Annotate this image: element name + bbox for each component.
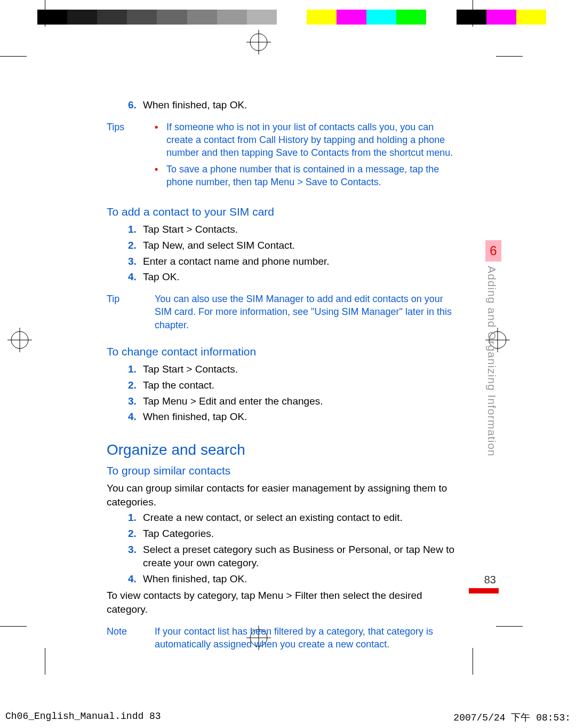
subheading: To group similar contacts <box>107 463 459 478</box>
tips-block: Tips •If someone who is not in your list… <box>107 121 459 192</box>
subheading: To add a contact to your SIM card <box>107 204 459 219</box>
list-item: 4.When finished, tap OK. <box>128 572 459 586</box>
note-label: Note <box>107 625 155 651</box>
list-item: 3.Select a preset category such as Busin… <box>128 543 459 570</box>
list-item: 4.Tap OK. <box>128 270 459 284</box>
crop-mark <box>496 626 523 627</box>
print-color-bar <box>37 10 576 25</box>
step-number: 1. <box>128 511 143 525</box>
registration-mark-top <box>246 30 271 54</box>
step-text: Tap Menu > Edit and enter the changes. <box>143 394 459 408</box>
step-number: 1. <box>128 362 143 376</box>
chapter-tab: 6 Adding and Organizing Information <box>485 240 501 511</box>
list-item: 4.When finished, tap OK. <box>128 410 459 424</box>
page-accent-bar <box>469 588 499 594</box>
print-footer: Ch06_English_Manual.indd 83 2007/5/24 下午… <box>0 711 576 724</box>
step-text: Tap OK. <box>143 270 459 284</box>
section-heading: Organize and search <box>107 440 459 460</box>
crop-mark <box>0 626 27 627</box>
step-text: When finished, tap OK. <box>143 410 459 424</box>
list-item: 3.Enter a contact name and phone number. <box>128 255 459 268</box>
footer-filename: Ch06_English_Manual.indd 83 <box>5 711 161 724</box>
step-number: 3. <box>128 255 143 268</box>
step-number: 4. <box>128 270 143 284</box>
body-text: To view contacts by category, tap Menu >… <box>107 589 459 616</box>
step-number: 6. <box>128 98 143 112</box>
step-number: 2. <box>128 378 143 392</box>
tips-body: •If someone who is not in your list of c… <box>155 121 459 192</box>
list-item: 2.Tap Categories. <box>128 527 459 541</box>
step-text: Tap New, and select SIM Contact. <box>143 239 459 252</box>
list-item: 1.Tap Start > Contacts. <box>128 223 459 236</box>
crop-mark <box>45 648 45 675</box>
page-number: 83 <box>484 574 496 586</box>
footer-timestamp: 2007/5/24 下午 08:53: <box>453 711 571 724</box>
list-item: 3.Tap Menu > Edit and enter the changes. <box>128 394 459 408</box>
crop-mark <box>45 0 45 27</box>
tip-text: You can also use the SIM Manager to add … <box>155 292 459 331</box>
step-text: Create a new contact, or select an exist… <box>143 511 459 525</box>
tips-label: Tips <box>107 121 155 192</box>
chapter-number: 6 <box>485 240 501 262</box>
tip-label: Tip <box>107 292 155 331</box>
tip-block: Tip You can also use the SIM Manager to … <box>107 292 459 331</box>
note-text: If your contact list has been filtered b… <box>155 625 459 651</box>
chapter-title: Adding and Organizing Information <box>485 266 498 511</box>
list-item: 6. When finished, tap OK. <box>128 98 459 112</box>
step-text: Enter a contact name and phone number. <box>143 255 459 268</box>
list-item: 2.Tap the contact. <box>128 378 459 392</box>
step-number: 3. <box>128 394 143 408</box>
step-number: 4. <box>128 572 143 586</box>
step-text: When finished, tap OK. <box>143 98 459 112</box>
step-text: Tap Categories. <box>143 527 459 541</box>
step-text: Tap the contact. <box>143 378 459 392</box>
list-item: 2.Tap New, and select SIM Contact. <box>128 239 459 252</box>
step-text: Tap Start > Contacts. <box>143 362 459 376</box>
subheading: To change contact information <box>107 344 459 359</box>
step-text: Select a preset category such as Busines… <box>143 543 459 570</box>
page-content: 6. When finished, tap OK. Tips •If someo… <box>107 96 459 651</box>
registration-mark-left <box>7 328 32 352</box>
list-item: 1.Tap Start > Contacts. <box>128 362 459 376</box>
tip-text: If someone who is not in your list of co… <box>166 121 459 160</box>
step-number: 3. <box>128 543 143 570</box>
crop-mark <box>473 648 473 675</box>
step-number: 2. <box>128 527 143 541</box>
crop-mark <box>473 0 473 27</box>
step-number: 4. <box>128 410 143 424</box>
step-number: 1. <box>128 223 143 236</box>
list-item: 1.Create a new contact, or select an exi… <box>128 511 459 525</box>
step-number: 2. <box>128 239 143 252</box>
body-text: You can group similar contacts for easie… <box>107 481 459 509</box>
crop-mark <box>0 56 27 57</box>
bullet-icon: • <box>155 121 166 160</box>
tip-text: To save a phone number that is contained… <box>166 163 459 189</box>
note-block: Note If your contact list has been filte… <box>107 625 459 651</box>
step-text: When finished, tap OK. <box>143 572 459 586</box>
step-text: Tap Start > Contacts. <box>143 223 459 236</box>
crop-mark <box>496 56 523 57</box>
bullet-icon: • <box>155 163 166 189</box>
